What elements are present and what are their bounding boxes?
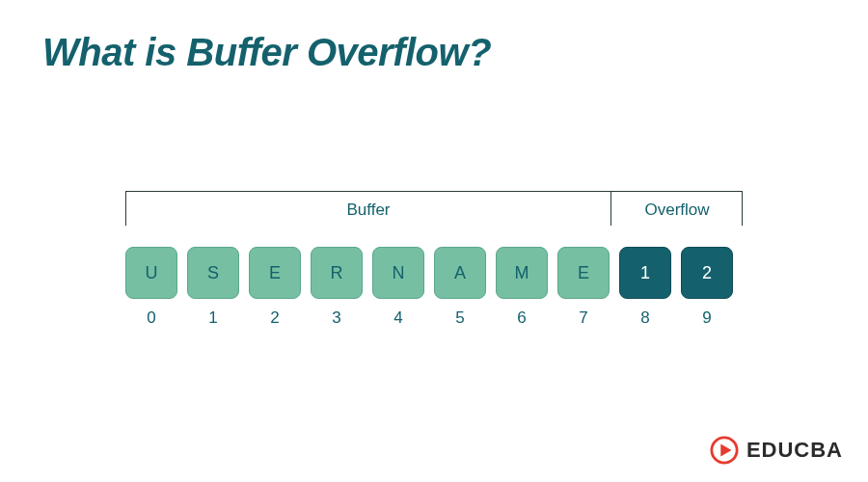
- svg-marker-1: [720, 443, 731, 456]
- index-label: 5: [434, 308, 486, 328]
- memory-cell: E: [249, 247, 301, 299]
- index-label: 0: [125, 308, 177, 328]
- memory-cell: E: [557, 247, 610, 299]
- index-label: 3: [311, 308, 363, 328]
- page-title: What is Buffer Overflow?: [42, 31, 491, 74]
- buffer-label: Buffer: [125, 201, 611, 220]
- cells-row: U S E R N A M E 1 2: [125, 247, 743, 299]
- buffer-bracket: Buffer: [125, 191, 611, 241]
- memory-cell: N: [372, 247, 424, 299]
- index-label: 4: [372, 308, 424, 328]
- memory-cell-overflow: 1: [619, 247, 671, 299]
- brand-name: EDUCBA: [746, 438, 843, 463]
- bracket-row: Buffer Overflow: [125, 191, 743, 241]
- index-row: 0 1 2 3 4 5 6 7 8 9: [125, 308, 743, 328]
- play-icon: [710, 436, 739, 465]
- memory-cell: U: [125, 247, 177, 299]
- index-label: 6: [496, 308, 548, 328]
- memory-cell: A: [434, 247, 486, 299]
- index-label: 9: [681, 308, 733, 328]
- overflow-label: Overflow: [611, 201, 743, 220]
- memory-cell-overflow: 2: [681, 247, 733, 299]
- index-label: 2: [249, 308, 301, 328]
- memory-cell: S: [187, 247, 239, 299]
- index-label: 8: [619, 308, 671, 328]
- index-label: 7: [557, 308, 610, 328]
- overflow-bracket: Overflow: [611, 191, 743, 241]
- index-label: 1: [187, 308, 239, 328]
- memory-cell: R: [311, 247, 363, 299]
- brand-logo: EDUCBA: [710, 436, 843, 465]
- buffer-diagram: Buffer Overflow U S E R N A M E 1 2 0 1 …: [125, 191, 743, 328]
- memory-cell: M: [496, 247, 548, 299]
